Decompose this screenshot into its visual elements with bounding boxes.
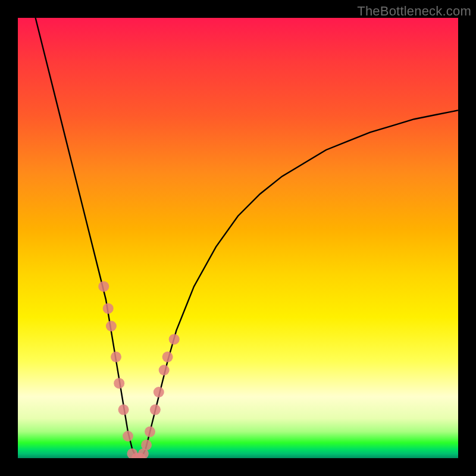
highlight-dot	[103, 303, 114, 314]
highlight-dots	[98, 281, 179, 458]
highlight-dot	[150, 405, 161, 415]
highlight-dot	[145, 427, 155, 437]
highlight-dot	[118, 405, 129, 415]
highlight-dot	[114, 378, 124, 389]
chart-frame: TheBottleneck.com	[0, 0, 476, 476]
highlight-dot	[154, 387, 164, 397]
highlight-dot	[98, 281, 109, 292]
highlight-dot	[169, 334, 180, 345]
highlight-dot	[141, 440, 152, 450]
highlight-dot	[162, 352, 173, 362]
highlight-dot	[111, 352, 121, 362]
highlight-dot	[123, 431, 133, 441]
plot-area	[18, 18, 458, 458]
bottleneck-curve	[36, 18, 458, 458]
watermark-text: TheBottleneck.com	[357, 4, 471, 19]
highlight-dot	[159, 365, 170, 375]
highlight-dot	[106, 321, 117, 331]
chart-svg	[18, 18, 458, 458]
